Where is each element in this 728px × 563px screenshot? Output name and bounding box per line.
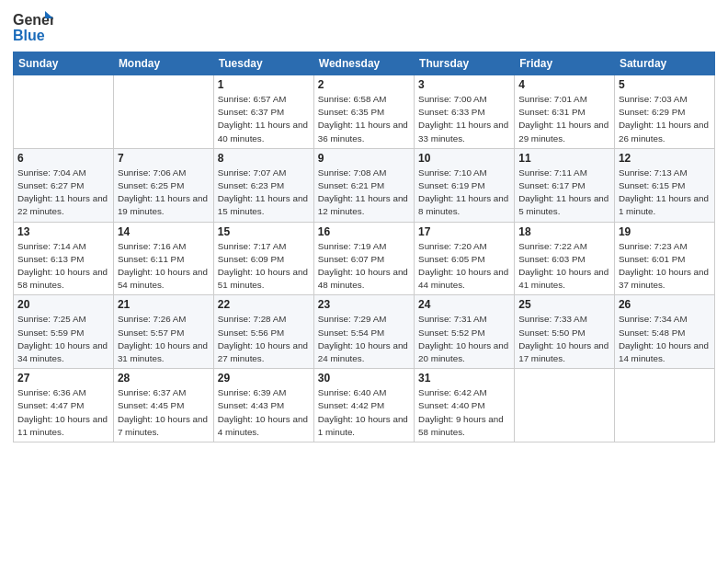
calendar-cell: 1Sunrise: 6:57 AMSunset: 6:37 PMDaylight…: [213, 75, 313, 149]
calendar-cell: 8Sunrise: 7:07 AMSunset: 6:23 PMDaylight…: [213, 148, 313, 222]
day-number: 19: [619, 225, 711, 238]
day-number: 10: [418, 152, 510, 165]
col-friday: Friday: [515, 52, 615, 75]
day-info: Sunrise: 7:13 AMSunset: 6:15 PMDaylight:…: [619, 167, 711, 219]
calendar-cell: 29Sunrise: 6:39 AMSunset: 4:43 PMDayligh…: [213, 369, 313, 442]
day-number: 1: [218, 78, 310, 91]
day-info: Sunrise: 7:03 AMSunset: 6:29 PMDaylight:…: [619, 93, 711, 145]
day-number: 27: [17, 372, 109, 385]
calendar-cell: 28Sunrise: 6:37 AMSunset: 4:45 PMDayligh…: [113, 369, 213, 442]
day-info: Sunrise: 7:04 AMSunset: 6:27 PMDaylight:…: [17, 167, 109, 219]
calendar-week-row: 27Sunrise: 6:36 AMSunset: 4:47 PMDayligh…: [14, 369, 715, 442]
day-number: 14: [118, 225, 210, 238]
page: GeneralBlue Sunday Monday Tuesday Wednes…: [0, 0, 728, 563]
day-number: 7: [118, 152, 210, 165]
day-number: 30: [318, 372, 410, 385]
day-info: Sunrise: 7:14 AMSunset: 6:13 PMDaylight:…: [17, 240, 109, 293]
calendar-week-row: 20Sunrise: 7:25 AMSunset: 5:59 PMDayligh…: [14, 295, 715, 369]
calendar-cell: 26Sunrise: 7:34 AMSunset: 5:48 PMDayligh…: [614, 295, 714, 369]
calendar-week-row: 6Sunrise: 7:04 AMSunset: 6:27 PMDaylight…: [14, 148, 715, 222]
calendar-cell: 31Sunrise: 6:42 AMSunset: 4:40 PMDayligh…: [415, 369, 515, 442]
day-number: 21: [118, 298, 210, 311]
day-info: Sunrise: 7:17 AMSunset: 6:09 PMDaylight:…: [218, 240, 310, 293]
day-info: Sunrise: 7:25 AMSunset: 5:59 PMDaylight:…: [17, 313, 109, 365]
day-number: 13: [17, 225, 109, 238]
day-number: 6: [17, 152, 109, 165]
day-number: 9: [318, 152, 410, 165]
day-info: Sunrise: 7:07 AMSunset: 6:23 PMDaylight:…: [218, 167, 310, 219]
day-info: Sunrise: 7:20 AMSunset: 6:05 PMDaylight:…: [418, 240, 510, 293]
day-number: 29: [218, 372, 310, 385]
calendar-cell: 22Sunrise: 7:28 AMSunset: 5:56 PMDayligh…: [213, 295, 313, 369]
calendar-cell: 11Sunrise: 7:11 AMSunset: 6:17 PMDayligh…: [515, 148, 615, 222]
day-number: 26: [619, 298, 711, 311]
day-info: Sunrise: 7:33 AMSunset: 5:50 PMDaylight:…: [518, 313, 610, 365]
header: GeneralBlue: [13, 9, 715, 46]
col-tuesday: Tuesday: [213, 52, 313, 75]
day-info: Sunrise: 6:37 AMSunset: 4:45 PMDaylight:…: [118, 386, 210, 439]
calendar-cell: 21Sunrise: 7:26 AMSunset: 5:57 PMDayligh…: [113, 295, 213, 369]
day-number: 8: [218, 152, 310, 165]
calendar-cell: 2Sunrise: 6:58 AMSunset: 6:35 PMDaylight…: [313, 75, 414, 149]
day-number: 28: [118, 372, 210, 385]
calendar-cell: [14, 75, 114, 149]
day-info: Sunrise: 7:00 AMSunset: 6:33 PMDaylight:…: [418, 93, 510, 145]
calendar-table: Sunday Monday Tuesday Wednesday Thursday…: [13, 52, 715, 442]
calendar-week-row: 1Sunrise: 6:57 AMSunset: 6:37 PMDaylight…: [14, 75, 715, 149]
calendar-cell: [614, 369, 714, 442]
day-number: 18: [518, 225, 610, 238]
calendar-cell: 20Sunrise: 7:25 AMSunset: 5:59 PMDayligh…: [14, 295, 114, 369]
day-number: 15: [218, 225, 310, 238]
day-info: Sunrise: 6:36 AMSunset: 4:47 PMDaylight:…: [17, 386, 109, 439]
calendar-cell: 23Sunrise: 7:29 AMSunset: 5:54 PMDayligh…: [313, 295, 414, 369]
col-sunday: Sunday: [14, 52, 114, 75]
day-number: 23: [318, 298, 410, 311]
day-info: Sunrise: 6:57 AMSunset: 6:37 PMDaylight:…: [218, 93, 310, 145]
day-info: Sunrise: 7:10 AMSunset: 6:19 PMDaylight:…: [418, 167, 510, 219]
calendar-week-row: 13Sunrise: 7:14 AMSunset: 6:13 PMDayligh…: [14, 222, 715, 295]
calendar-cell: 12Sunrise: 7:13 AMSunset: 6:15 PMDayligh…: [614, 148, 714, 222]
day-number: 12: [619, 152, 711, 165]
day-info: Sunrise: 6:42 AMSunset: 4:40 PMDaylight:…: [418, 386, 510, 439]
logo: GeneralBlue: [13, 9, 53, 46]
day-number: 5: [619, 78, 711, 91]
day-info: Sunrise: 7:06 AMSunset: 6:25 PMDaylight:…: [118, 167, 210, 219]
day-info: Sunrise: 7:11 AMSunset: 6:17 PMDaylight:…: [518, 167, 610, 219]
calendar-cell: 16Sunrise: 7:19 AMSunset: 6:07 PMDayligh…: [313, 222, 414, 295]
col-saturday: Saturday: [614, 52, 714, 75]
calendar-cell: 14Sunrise: 7:16 AMSunset: 6:11 PMDayligh…: [113, 222, 213, 295]
day-number: 25: [518, 298, 610, 311]
calendar-cell: 13Sunrise: 7:14 AMSunset: 6:13 PMDayligh…: [14, 222, 114, 295]
day-info: Sunrise: 7:19 AMSunset: 6:07 PMDaylight:…: [318, 240, 410, 293]
col-monday: Monday: [113, 52, 213, 75]
calendar-cell: 17Sunrise: 7:20 AMSunset: 6:05 PMDayligh…: [415, 222, 515, 295]
calendar-cell: 30Sunrise: 6:40 AMSunset: 4:42 PMDayligh…: [313, 369, 414, 442]
day-info: Sunrise: 7:31 AMSunset: 5:52 PMDaylight:…: [418, 313, 510, 365]
calendar-cell: 27Sunrise: 6:36 AMSunset: 4:47 PMDayligh…: [14, 369, 114, 442]
calendar-cell: 9Sunrise: 7:08 AMSunset: 6:21 PMDaylight…: [313, 148, 414, 222]
calendar-cell: [113, 75, 213, 149]
calendar-cell: 18Sunrise: 7:22 AMSunset: 6:03 PMDayligh…: [515, 222, 615, 295]
calendar-cell: 19Sunrise: 7:23 AMSunset: 6:01 PMDayligh…: [614, 222, 714, 295]
day-number: 11: [518, 152, 610, 165]
calendar-cell: 3Sunrise: 7:00 AMSunset: 6:33 PMDaylight…: [415, 75, 515, 149]
svg-text:Blue: Blue: [13, 28, 45, 43]
day-number: 3: [418, 78, 510, 91]
calendar-cell: 4Sunrise: 7:01 AMSunset: 6:31 PMDaylight…: [515, 75, 615, 149]
col-wednesday: Wednesday: [313, 52, 414, 75]
day-number: 31: [418, 372, 510, 385]
day-number: 17: [418, 225, 510, 238]
calendar-cell: 5Sunrise: 7:03 AMSunset: 6:29 PMDaylight…: [614, 75, 714, 149]
calendar-cell: 10Sunrise: 7:10 AMSunset: 6:19 PMDayligh…: [415, 148, 515, 222]
day-info: Sunrise: 7:01 AMSunset: 6:31 PMDaylight:…: [518, 93, 610, 145]
day-info: Sunrise: 7:22 AMSunset: 6:03 PMDaylight:…: [518, 240, 610, 293]
day-info: Sunrise: 7:16 AMSunset: 6:11 PMDaylight:…: [118, 240, 210, 293]
day-info: Sunrise: 7:26 AMSunset: 5:57 PMDaylight:…: [118, 313, 210, 365]
day-info: Sunrise: 6:39 AMSunset: 4:43 PMDaylight:…: [218, 386, 310, 439]
day-info: Sunrise: 7:34 AMSunset: 5:48 PMDaylight:…: [619, 313, 711, 365]
calendar-header-row: Sunday Monday Tuesday Wednesday Thursday…: [14, 52, 715, 75]
calendar-cell: 24Sunrise: 7:31 AMSunset: 5:52 PMDayligh…: [415, 295, 515, 369]
day-number: 4: [518, 78, 610, 91]
day-info: Sunrise: 6:58 AMSunset: 6:35 PMDaylight:…: [318, 93, 410, 145]
day-number: 2: [318, 78, 410, 91]
